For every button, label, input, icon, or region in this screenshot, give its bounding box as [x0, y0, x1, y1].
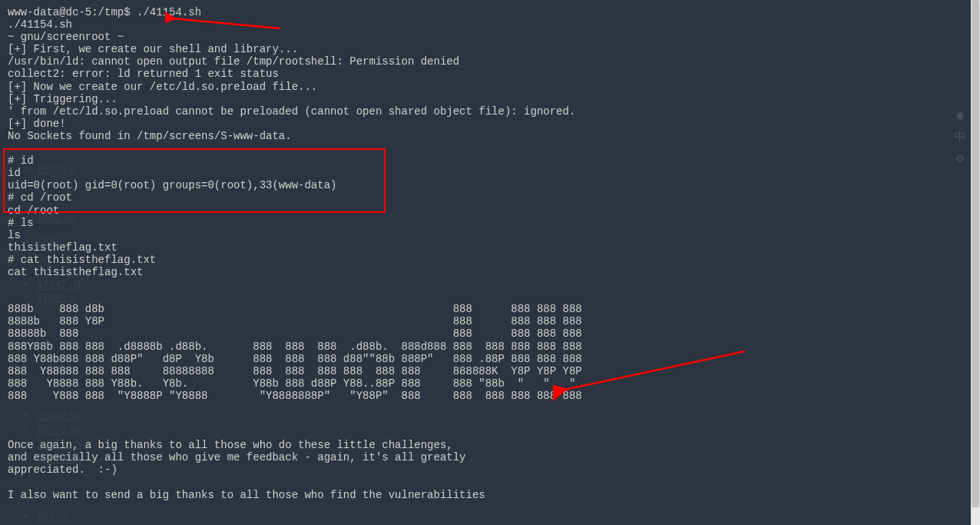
terminal-line: ls — [8, 229, 21, 241]
terminal-line: 88888b 888 888 888 888 888 — [8, 327, 582, 340]
terminal-line: 888 Y88b888 888 d88P" d8P Y8b 888 888 88… — [8, 353, 582, 365]
bg-bullet: • — [23, 410, 29, 422]
bg-bullet: • — [23, 437, 29, 450]
terminal-line: /usr/bin/ld: cannot open output file /tm… — [8, 55, 459, 68]
terminal-line: [+] Triggering... — [8, 93, 118, 105]
terminal-line: 888 Y8888 888 Y88b. Y8b. Y88b 888 d88P Y… — [8, 377, 582, 390]
bg-link: 182.sh — [37, 511, 69, 523]
terminal-line: and especially all those who give me fee… — [8, 451, 466, 464]
terminal-line: [+] done! — [8, 118, 66, 130]
terminal-line: ./41154.sh — [8, 18, 72, 31]
vertical-scrollbar-track[interactable] — [971, 0, 980, 525]
terminal-line: cd /root — [8, 204, 59, 217]
terminal-line: 888b 888 d8b 888 888 888 888 — [8, 303, 582, 315]
terminal-line: ~ gnu/screenroot ~ — [8, 31, 124, 43]
bg-bullet: • — [23, 511, 29, 523]
bg-bullet: • — [23, 278, 29, 291]
terminal-line: collect2: error: ld returned 1 exit stat… — [8, 68, 279, 80]
terminal-line: [+] Now we create our /etc/ld.so.preload… — [8, 81, 317, 93]
terminal-line: cat thisistheflag.txt — [8, 266, 143, 278]
bg-bullet: • — [23, 291, 29, 304]
terminal-line: # id — [8, 155, 34, 167]
terminal-line: 888 Y88888 888 888 88888888 888 888 888 … — [8, 365, 582, 377]
terminal-line: 8888b 888 Y8P 888 888 888 888 — [8, 315, 582, 327]
bg-bullet: • — [23, 424, 29, 436]
terminal-line: uid=0(root) gid=0(root) groups=0(root),3… — [8, 179, 336, 191]
side-icon-panel: ◉ 中 ⚙ — [952, 108, 969, 166]
terminal-line: # cat thisistheflag.txt — [8, 254, 156, 266]
terminal-line: Once again, a big thanks to all those wh… — [8, 439, 453, 451]
prompt-line: www-data@dc-5:/tmp$ ./41154.sh — [8, 6, 201, 18]
terminal-line: ' from /etc/ld.so.preload cannot be prel… — [8, 105, 575, 118]
terminal-line: 888 Y888 888 "Y8888P "Y8888 "Y8888888P" … — [8, 390, 582, 402]
china-flag-icon[interactable]: 中 — [952, 129, 968, 145]
terminal-line: No Sockets found in /tmp/screens/S-www-d… — [8, 130, 292, 142]
bg-bullet: • — [23, 235, 29, 248]
terminal-line: # cd /root — [8, 191, 72, 204]
terminal-line: 888Y88b 888 888 .d8888b .d88b. 888 888 8… — [8, 341, 582, 353]
bg-bullet: • — [23, 212, 29, 224]
bg-bullet: • — [23, 163, 29, 175]
terminal-line: # ls — [8, 217, 34, 229]
terminal-line: appreciated. :-) — [8, 464, 118, 476]
bg-bullet: • — [23, 452, 29, 464]
terminal-line: I also want to send a big thanks to all … — [8, 489, 485, 501]
settings-icon[interactable]: ⚙ — [952, 151, 968, 166]
globe-icon[interactable]: ◉ — [952, 108, 968, 123]
terminal-output[interactable]: www-data@dc-5:/tmp$ ./41154.sh ./41154.s… — [0, 0, 980, 507]
terminal-line: [+] First, we create our shell and libra… — [8, 43, 298, 55]
terminal-line: id — [8, 167, 21, 179]
vertical-scrollbar-thumb[interactable] — [972, 0, 979, 507]
